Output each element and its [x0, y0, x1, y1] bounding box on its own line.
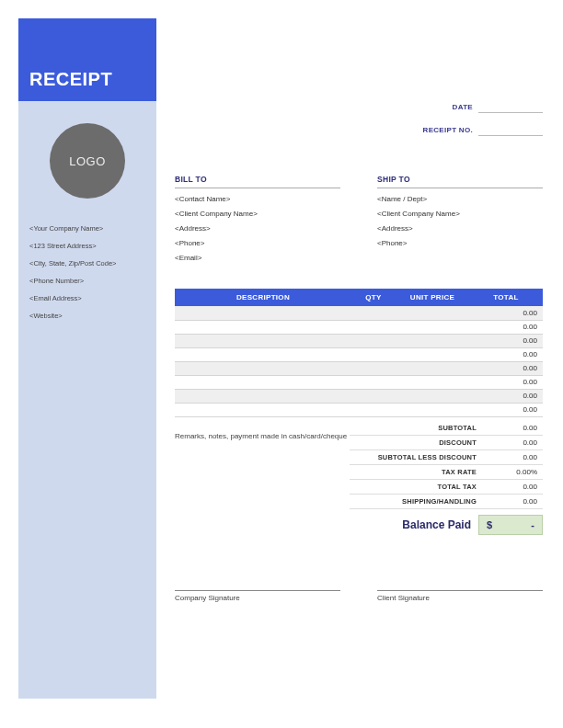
cell-unit-price[interactable]: [396, 334, 469, 347]
discount-value[interactable]: 0.00: [489, 438, 537, 447]
table-row: 0.00: [175, 389, 543, 403]
company-name: <Your Company Name>: [29, 224, 145, 233]
subtotal-label: SUBTOTAL: [350, 424, 489, 432]
logo-placeholder: LOGO: [50, 123, 125, 199]
tax-rate-value[interactable]: 0.00%: [489, 468, 537, 476]
bill-to-column: BILL TO <Contact Name> <Client Company N…: [175, 175, 340, 268]
company-street: <123 Street Address>: [29, 242, 145, 250]
bill-to-company: <Client Company Name>: [175, 210, 340, 218]
bill-to-phone: <Phone>: [175, 239, 340, 247]
cell-description[interactable]: [175, 306, 351, 320]
cell-qty[interactable]: [351, 403, 396, 416]
meta-block: DATE RECEIPT NO.: [175, 101, 543, 147]
table-row: 0.00: [175, 403, 543, 416]
cell-total: 0.00: [469, 389, 543, 403]
cell-qty[interactable]: [351, 347, 396, 361]
date-label: DATE: [453, 103, 478, 111]
cell-qty[interactable]: [351, 361, 396, 375]
company-website: <Website>: [29, 312, 145, 320]
cell-total: 0.00: [469, 306, 543, 320]
logo-container: LOGO: [18, 123, 156, 199]
bill-to-email: <Email>: [175, 254, 340, 262]
ship-to-name: <Name / Dept>: [377, 195, 543, 203]
subtotal-value: 0.00: [489, 424, 537, 432]
table-row: 0.00: [175, 320, 543, 334]
ship-to-heading: SHIP TO: [377, 175, 543, 188]
cell-unit-price[interactable]: [396, 375, 469, 389]
cell-description[interactable]: [175, 334, 351, 347]
company-email: <Email Address>: [29, 294, 145, 302]
cell-description[interactable]: [175, 389, 351, 403]
items-body: 0.00 0.00 0.00 0.00 0.00 0.00 0.00 0.00: [175, 306, 543, 416]
cell-qty[interactable]: [351, 334, 396, 347]
receipt-no-field[interactable]: [478, 124, 543, 136]
bottom-section: Remarks, notes, payment made in cash/car…: [175, 421, 543, 535]
items-table: DESCRIPTION QTY UNIT PRICE TOTAL 0.00 0.…: [175, 289, 543, 417]
total-tax-value: 0.00: [489, 483, 537, 491]
cell-qty[interactable]: [351, 320, 396, 334]
receipt-no-label: RECEIPT NO.: [423, 126, 478, 134]
cell-unit-price[interactable]: [396, 347, 469, 361]
cell-total: 0.00: [469, 361, 543, 375]
shipping-value[interactable]: 0.00: [489, 497, 537, 506]
totals-block: SUBTOTAL0.00 DISCOUNT0.00 SUBTOTAL LESS …: [350, 421, 543, 535]
discount-label: DISCOUNT: [350, 438, 489, 447]
shipping-label: SHIPPING/HANDLING: [350, 497, 489, 506]
total-tax-label: TOTAL TAX: [350, 483, 489, 491]
addresses: BILL TO <Contact Name> <Client Company N…: [175, 175, 543, 268]
tax-rate-label: TAX RATE: [350, 468, 489, 476]
cell-unit-price[interactable]: [396, 403, 469, 416]
remarks-text: Remarks, notes, payment made in cash/car…: [175, 421, 350, 535]
table-row: 0.00: [175, 361, 543, 375]
cell-total: 0.00: [469, 320, 543, 334]
cell-total: 0.00: [469, 334, 543, 347]
cell-description[interactable]: [175, 375, 351, 389]
ship-to-company: <Client Company Name>: [377, 210, 543, 218]
cell-qty[interactable]: [351, 375, 396, 389]
company-city: <City, State, Zip/Post Code>: [29, 259, 145, 267]
balance-value: -: [531, 519, 534, 530]
sidebar: RECEIPT LOGO <Your Company Name> <123 St…: [18, 18, 156, 699]
cell-total: 0.00: [469, 375, 543, 389]
balance-box: $ -: [478, 515, 543, 535]
cell-unit-price[interactable]: [396, 320, 469, 334]
balance-label: Balance Paid: [402, 518, 471, 531]
col-unit-price: UNIT PRICE: [396, 289, 469, 306]
date-field[interactable]: [478, 101, 543, 113]
bill-to-address: <Address>: [175, 224, 340, 233]
bill-to-heading: BILL TO: [175, 175, 340, 188]
main-content: DATE RECEIPT NO. BILL TO <Contact Name> …: [175, 18, 543, 602]
company-signature-label: Company Signature: [175, 590, 340, 602]
cell-description[interactable]: [175, 361, 351, 375]
ship-to-column: SHIP TO <Name / Dept> <Client Company Na…: [377, 175, 543, 268]
cell-unit-price[interactable]: [396, 306, 469, 320]
table-row: 0.00: [175, 306, 543, 320]
cell-unit-price[interactable]: [396, 389, 469, 403]
cell-unit-price[interactable]: [396, 361, 469, 375]
signatures: Company Signature Client Signature: [175, 590, 543, 602]
receipt-no-row: RECEIPT NO.: [423, 124, 543, 136]
cell-description[interactable]: [175, 403, 351, 416]
client-signature-label: Client Signature: [377, 590, 543, 602]
company-info: <Your Company Name> <123 Street Address>…: [18, 224, 156, 320]
cell-qty[interactable]: [351, 306, 396, 320]
table-row: 0.00: [175, 347, 543, 361]
cell-description[interactable]: [175, 320, 351, 334]
bill-to-contact: <Contact Name>: [175, 195, 340, 203]
subtotal-less-label: SUBTOTAL LESS DISCOUNT: [350, 453, 489, 461]
date-row: DATE: [453, 101, 543, 113]
cell-qty[interactable]: [351, 389, 396, 403]
cell-total: 0.00: [469, 403, 543, 416]
client-signature: Client Signature: [377, 590, 543, 602]
cell-description[interactable]: [175, 347, 351, 361]
col-total: TOTAL: [469, 289, 543, 306]
balance-row: Balance Paid $ -: [350, 515, 543, 535]
company-phone: <Phone Number>: [29, 277, 145, 285]
ship-to-address: <Address>: [377, 224, 543, 233]
col-description: DESCRIPTION: [175, 289, 351, 306]
company-signature: Company Signature: [175, 590, 340, 602]
cell-total: 0.00: [469, 347, 543, 361]
header-banner: RECEIPT: [18, 18, 156, 101]
table-row: 0.00: [175, 334, 543, 347]
subtotal-less-value: 0.00: [489, 453, 537, 461]
